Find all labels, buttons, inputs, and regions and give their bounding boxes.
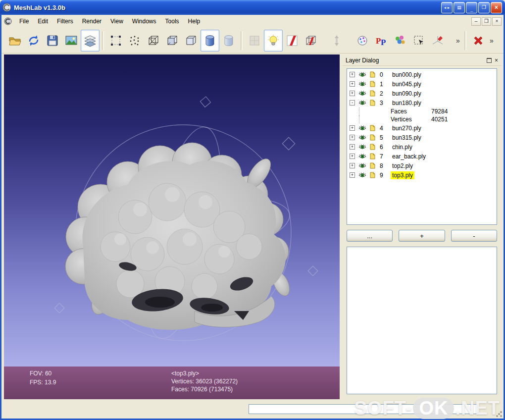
layer-name[interactable]: bun045.ply (391, 80, 423, 88)
layer-row[interactable]: + 2 bun090.ply (347, 89, 497, 98)
menu-windows[interactable]: Windows (128, 16, 161, 27)
layer-row[interactable]: + 7 ear_back.ply (347, 152, 497, 161)
backface-culling-button[interactable] (283, 30, 302, 52)
render-hiddenlines-button[interactable] (182, 30, 201, 52)
close-panel-icon[interactable]: × (495, 57, 498, 63)
render-flat-button[interactable] (201, 30, 219, 52)
visibility-eye-icon[interactable] (358, 125, 366, 131)
mdi-restore-button[interactable]: ❒ (482, 17, 491, 26)
menu-render[interactable]: Render (78, 16, 106, 27)
visibility-eye-icon[interactable] (358, 100, 366, 106)
expand-toggle-icon[interactable]: + (350, 163, 355, 168)
maximize-button[interactable]: ❒ (478, 2, 490, 13)
toggle-light-button[interactable] (264, 30, 283, 52)
expand-toggle-icon[interactable]: + (350, 125, 355, 131)
mdi-close-button[interactable]: × (492, 17, 502, 26)
layer-name[interactable]: bun180.ply (391, 99, 423, 107)
layer-index: 8 (380, 162, 387, 169)
points-icon (128, 34, 141, 47)
render-smooth-button[interactable] (219, 30, 238, 52)
expand-toggle-icon[interactable]: + (350, 154, 355, 159)
layer-name[interactable]: bun090.ply (391, 90, 423, 98)
paint-tool-button[interactable]: P P (372, 30, 391, 52)
render-wireframe-button[interactable] (144, 30, 163, 52)
fancy-lighting-button[interactable] (302, 30, 320, 52)
align-tool-button[interactable] (327, 30, 346, 52)
add-layer-button[interactable]: + (399, 230, 445, 242)
layer-row[interactable]: + 4 bun270.ply (347, 123, 497, 133)
close-button[interactable]: × (491, 2, 502, 13)
expand-toggle-icon[interactable]: + (350, 91, 355, 96)
visibility-eye-icon[interactable] (358, 153, 366, 159)
toolbar-overflow2-button[interactable]: » (488, 37, 496, 45)
layer-name[interactable]: top2.ply (391, 162, 414, 170)
layer-name[interactable]: ear_back.ply (391, 153, 427, 160)
menu-view[interactable]: View (106, 16, 128, 27)
select-faces-button[interactable] (409, 30, 428, 52)
move-vertex-button[interactable] (428, 30, 447, 52)
open-mesh-button[interactable] (5, 30, 24, 52)
layer-options-button[interactable]: ... (347, 230, 393, 242)
visibility-eye-icon[interactable] (358, 134, 366, 141)
mdi-minimize-button[interactable]: – (471, 17, 481, 26)
color-splat-button[interactable] (391, 30, 409, 52)
layer-list[interactable]: + 0 bun000.ply + 1 bun045.ply + (347, 68, 497, 225)
expand-toggle-icon[interactable]: + (350, 81, 355, 87)
layer-index: 7 (380, 153, 387, 160)
pp-letters-icon: P P (375, 34, 388, 47)
menu-tools[interactable]: Tools (161, 16, 184, 27)
layer-name[interactable]: top3.ply (391, 171, 414, 179)
layer-name[interactable]: chin.ply (391, 143, 414, 151)
keyboard-button[interactable]: ▤ (454, 2, 465, 13)
title-bar[interactable]: MeshLab v1.3.0b ◄► ▤ _ ❒ × (0, 0, 505, 15)
point-picking-button[interactable] (353, 30, 372, 52)
toolbar-overflow-button[interactable]: » (454, 37, 462, 45)
visibility-eye-icon[interactable] (358, 81, 366, 87)
expand-toggle-icon[interactable]: + (350, 72, 355, 77)
language-toggle-button[interactable]: ◄► (441, 2, 453, 13)
mesh-file-icon (370, 153, 375, 159)
render-bbox-button[interactable] (106, 30, 125, 52)
layer-dialog-header[interactable]: Layer Dialog × (343, 55, 501, 66)
detail-value: 40251 (431, 116, 448, 123)
expand-toggle-icon[interactable]: - (350, 100, 355, 105)
layer-name[interactable]: bun270.ply (391, 124, 423, 132)
visibility-eye-icon[interactable] (358, 90, 366, 97)
expand-toggle-icon[interactable]: + (350, 144, 355, 150)
menu-edit[interactable]: Edit (33, 16, 52, 27)
layer-row[interactable]: + 1 bun045.ply (347, 79, 497, 89)
visibility-eye-icon[interactable] (358, 144, 366, 150)
layer-row[interactable]: + 6 chin.ply (347, 142, 497, 152)
bounding-box-icon (109, 34, 122, 47)
tree-connector (359, 115, 360, 123)
expand-toggle-icon[interactable]: + (350, 172, 355, 178)
visibility-eye-icon[interactable] (358, 172, 366, 178)
fov-readout: FOV: 60 (30, 370, 56, 377)
layer-name[interactable]: bun000.ply (391, 71, 423, 79)
layer-row[interactable]: - 3 bun180.ply (347, 98, 497, 107)
render-texture-button[interactable] (245, 30, 264, 52)
remove-layer-button[interactable]: - (451, 230, 497, 242)
menu-file[interactable]: File (15, 16, 33, 27)
menu-help[interactable]: Help (184, 16, 205, 27)
render-flatlines-button[interactable] (163, 30, 182, 52)
render-points-button[interactable] (125, 30, 144, 52)
expand-toggle-icon[interactable]: + (350, 135, 355, 140)
menu-filters[interactable]: Filters (52, 16, 78, 27)
viewport-canvas[interactable] (4, 54, 340, 367)
snapshot-button[interactable] (62, 30, 81, 52)
layer-row[interactable]: + 8 top2.ply (347, 161, 497, 170)
reload-mesh-button[interactable] (24, 30, 43, 52)
delete-mesh-button[interactable] (469, 30, 488, 52)
layer-row[interactable]: + 9 top3.ply (347, 170, 497, 180)
minimize-button[interactable]: _ (466, 2, 477, 13)
save-mesh-button[interactable] (43, 30, 62, 52)
float-panel-icon[interactable] (487, 58, 492, 63)
mesh-file-icon (370, 172, 375, 178)
visibility-eye-icon[interactable] (358, 71, 366, 78)
show-layer-dialog-button[interactable] (81, 30, 100, 52)
layer-row[interactable]: + 5 bun315.ply (347, 133, 497, 142)
visibility-eye-icon[interactable] (358, 162, 366, 169)
layer-row[interactable]: + 0 bun000.ply (347, 70, 497, 79)
layer-name[interactable]: bun315.ply (391, 134, 423, 142)
